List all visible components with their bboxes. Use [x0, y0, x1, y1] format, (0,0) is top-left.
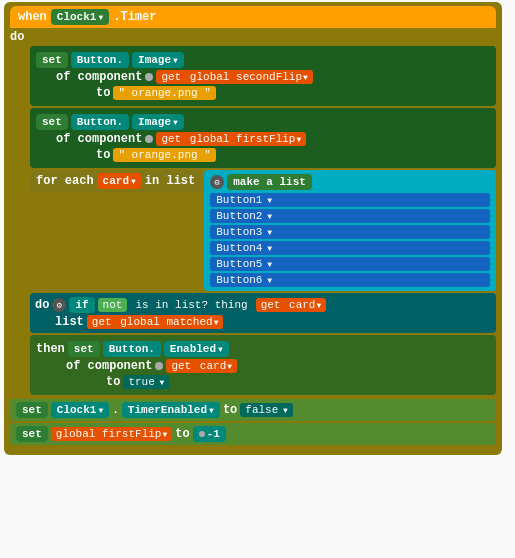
- set1-property[interactable]: Image: [132, 52, 184, 68]
- then-true-val[interactable]: true: [123, 375, 169, 389]
- make-list-body: ⚙ make a list Button1Button2Button3Butto…: [204, 170, 496, 291]
- set2-property[interactable]: Image: [132, 114, 184, 130]
- outer-block: when Clock1 .Timer do set Button. Image …: [4, 2, 502, 455]
- list-item[interactable]: Button1: [210, 193, 490, 207]
- clock-dropdown[interactable]: Clock1: [51, 9, 109, 25]
- bottom1-dot: .: [112, 404, 119, 416]
- then-connector: [155, 362, 163, 370]
- bottom2-to: to: [175, 427, 189, 441]
- do-if-block: do ⚙ if not is in list? thing get card l…: [30, 293, 496, 333]
- set2-connector1: [145, 135, 153, 143]
- set1-get: get global secondFlip: [156, 70, 312, 84]
- then-property[interactable]: Enabled: [164, 341, 229, 357]
- do-row: do: [10, 30, 496, 44]
- do-inner-label: do: [35, 298, 49, 312]
- bottom1-block: set Clock1 . TimerEnabled to false: [10, 399, 496, 421]
- do-if-get-matched: get global matched: [87, 315, 224, 329]
- list-item[interactable]: Button4: [210, 241, 490, 255]
- bottom1-set-label: set: [16, 402, 48, 418]
- set1-to: to: [96, 86, 110, 100]
- set2-component[interactable]: Button.: [71, 114, 129, 130]
- bottom2-global-var[interactable]: global firstFlip: [51, 427, 172, 441]
- bottom2-connector: [199, 431, 205, 437]
- then-set-label: set: [68, 341, 100, 357]
- do-if-get-card: get card: [256, 298, 327, 312]
- bottom1-to: to: [223, 403, 237, 417]
- bottom2-block: set global firstFlip to -1: [10, 423, 496, 445]
- then-of-comp: of component: [66, 359, 152, 373]
- set1-label: set: [36, 52, 68, 68]
- then-block: then set Button. Enabled of component ge…: [30, 335, 496, 395]
- list-item[interactable]: Button3: [210, 225, 490, 239]
- when-label: when: [18, 10, 47, 24]
- then-label: then: [36, 342, 65, 356]
- timer-label: .Timer: [113, 10, 156, 24]
- set1-of-comp: of component: [56, 70, 142, 84]
- set1-component[interactable]: Button.: [71, 52, 129, 68]
- foreach-label: for each: [36, 174, 94, 188]
- when-block[interactable]: when Clock1 .Timer: [10, 6, 496, 28]
- button-list: Button1Button2Button3Button4Button5Butto…: [210, 193, 490, 287]
- set2-value: " orange.png ": [113, 148, 215, 162]
- set1-value: " orange.png ": [113, 86, 215, 100]
- then-to: to: [106, 375, 120, 389]
- is-in-list: is in list? thing: [130, 298, 252, 312]
- not-pill: not: [98, 298, 128, 312]
- bottom1-property[interactable]: TimerEnabled: [122, 402, 220, 418]
- set2-get: get global firstFlip: [156, 132, 306, 146]
- gear-icon[interactable]: ⚙: [210, 175, 224, 189]
- do-label: do: [10, 30, 24, 44]
- foreach-in-list: in list: [145, 174, 195, 188]
- list-item[interactable]: Button6: [210, 273, 490, 287]
- set2-label: set: [36, 114, 68, 130]
- foreach-block: for each card in list ⚙ make a list Butt…: [30, 170, 496, 291]
- foreach-left: for each card in list: [30, 170, 201, 192]
- bottom2-value[interactable]: -1: [193, 426, 226, 442]
- set1-block: set Button. Image of component get globa…: [30, 46, 496, 106]
- list-item[interactable]: Button2: [210, 209, 490, 223]
- set2-of-comp: of component: [56, 132, 142, 146]
- if-label: if: [69, 297, 94, 313]
- make-list-label: make a list: [227, 174, 312, 190]
- bottom1-component[interactable]: Clock1: [51, 402, 109, 418]
- set2-block: set Button. Image of component get globa…: [30, 108, 496, 168]
- workspace: when Clock1 .Timer do set Button. Image …: [0, 0, 515, 558]
- list-item[interactable]: Button5: [210, 257, 490, 271]
- then-get-card: get card: [166, 359, 237, 373]
- foreach-var[interactable]: card: [97, 173, 142, 189]
- then-button[interactable]: Button.: [103, 341, 161, 357]
- set2-to: to: [96, 148, 110, 162]
- if-gear-icon[interactable]: ⚙: [52, 298, 66, 312]
- list-label: list: [55, 315, 84, 329]
- set1-connector1: [145, 73, 153, 81]
- bottom1-value[interactable]: false: [240, 403, 293, 417]
- bottom2-set-label: set: [16, 426, 48, 442]
